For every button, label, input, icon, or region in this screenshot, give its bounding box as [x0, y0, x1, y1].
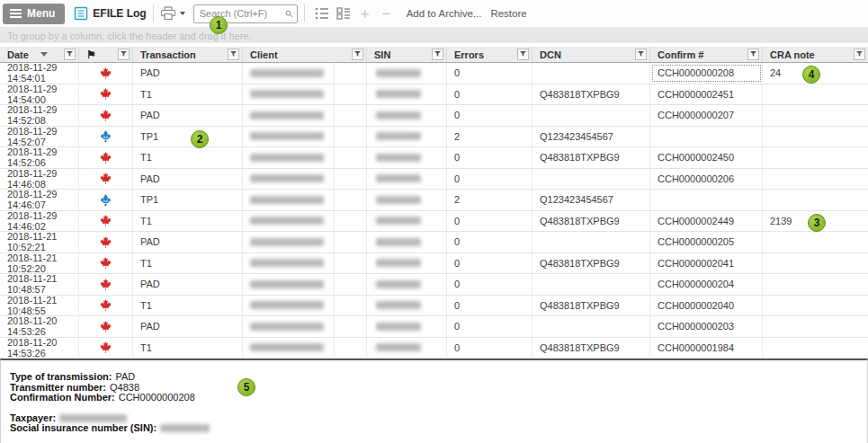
column-header-transaction[interactable]: Transaction	[133, 47, 243, 62]
cell-transaction: T1	[133, 84, 243, 105]
menu-button[interactable]: Menu	[3, 4, 65, 24]
table-row[interactable]: 2018-11-29 14:54:00 T1 0 Q483818TXPBG9 C…	[0, 84, 868, 106]
column-header-client[interactable]: Client	[243, 47, 367, 62]
redacted-client-name	[250, 323, 324, 331]
print-button[interactable]	[160, 6, 185, 21]
detail-view-icon	[336, 7, 351, 20]
flag-icon: ⚑	[86, 49, 96, 60]
column-header-errors[interactable]: Errors	[447, 47, 532, 62]
confirmation-number-label: Confirmation Number:	[10, 393, 115, 403]
table-row[interactable]: 2018-11-21 10:48:55 T1 0 Q483818TXPBG9 C…	[0, 296, 868, 317]
cell-confirm-number[interactable]: CCH0000000205	[650, 232, 763, 253]
filter-icon[interactable]	[854, 49, 865, 60]
cell-errors: 2	[447, 190, 532, 210]
cell-sin	[367, 296, 447, 316]
cell-confirm-number[interactable]: CCH0000002451	[650, 84, 763, 105]
print-dropdown-caret-icon[interactable]	[180, 12, 185, 15]
table-row[interactable]: 2018-11-21 10:48:57 PAD 0 CCH0000000204	[0, 274, 868, 296]
column-header-dcn[interactable]: DCN	[532, 47, 650, 62]
column-label: Errors	[454, 49, 484, 60]
group-by-bar[interactable]: To group by a column, click the header a…	[0, 27, 868, 45]
cell-confirm-number[interactable]: CCH0000002449	[650, 211, 763, 232]
annotation-marker-5: 5	[237, 378, 255, 396]
redacted-sin	[376, 259, 421, 267]
cell-confirm-number[interactable]: CCH0000000208	[650, 63, 763, 84]
cell-confirm-number[interactable]	[650, 190, 763, 210]
cell-confirm-number[interactable]: CCH0000000203	[650, 316, 763, 337]
table-row[interactable]: 2018-11-29 14:46:02 T1 0 Q483818TXPBG9 C…	[0, 211, 868, 233]
filter-icon[interactable]	[517, 49, 529, 60]
table-row[interactable]: 2018-11-20 14:53:26 PAD 0 CCH0000000203	[0, 316, 868, 338]
redacted-client-name	[250, 301, 324, 309]
cell-date: 2018-11-21 10:52:21	[0, 232, 79, 253]
search-icon[interactable]	[285, 8, 293, 20]
cell-errors: 0	[447, 316, 532, 337]
table-body: 2018-11-29 14:54:01 PAD 0 CCH0000000208 …	[0, 63, 868, 359]
filter-icon[interactable]	[64, 49, 76, 60]
redacted-sin	[376, 69, 421, 77]
cell-confirm-number[interactable]: CCH0000002450	[650, 147, 763, 168]
table-row[interactable]: 2018-11-29 14:46:08 PAD 0 CCH0000000206	[0, 169, 868, 190]
cell-date: 2018-11-20 14:53:26	[0, 316, 79, 337]
cell-errors: 0	[447, 274, 532, 295]
filter-icon[interactable]	[118, 49, 130, 60]
cell-date: 2018-11-29 14:46:07	[0, 190, 79, 210]
cell-cra-note	[763, 274, 868, 295]
column-header-confirm[interactable]: Confirm #	[650, 47, 763, 62]
add-to-archive-button[interactable]: Add to Archive...	[407, 8, 482, 19]
cell-confirm-number[interactable]: CCH0000000204	[650, 274, 763, 295]
table-row[interactable]: 2018-11-21 10:52:21 PAD 0 CCH0000000205	[0, 232, 868, 253]
cell-confirm-number[interactable]: CCH0000000206	[650, 169, 763, 190]
canada-maple-leaf-icon	[100, 67, 112, 79]
table-row[interactable]: 2018-11-20 14:53:26 T1 0 Q483818TXPBG9 C…	[0, 338, 868, 359]
cell-client	[243, 63, 367, 84]
redacted-sin	[376, 280, 421, 288]
column-header-sin[interactable]: SIN	[367, 47, 447, 62]
column-label: Confirm #	[658, 49, 703, 60]
cell-client	[243, 84, 367, 105]
cell-dcn: Q123423454567	[532, 127, 650, 147]
column-header-cra-note[interactable]: CRA note	[763, 47, 868, 62]
cell-dcn: Q483818TXPBG9	[532, 84, 650, 105]
filter-icon[interactable]	[747, 49, 759, 60]
table-row[interactable]: 2018-11-29 14:52:08 PAD 0 CCH0000000207	[0, 105, 868, 127]
type-of-transmission-label: Type of transmission:	[10, 372, 112, 383]
cell-confirm-number[interactable]: CCH0000000207	[650, 105, 763, 126]
cell-flag	[79, 84, 133, 105]
cell-errors: 0	[447, 169, 532, 190]
cell-transaction: TP1	[133, 127, 243, 147]
cell-confirm-number[interactable]: CCH0000002040	[650, 296, 763, 316]
cell-confirm-number[interactable]: CCH0000002041	[650, 253, 763, 274]
canada-maple-leaf-icon	[100, 321, 112, 332]
cell-cra-note	[763, 232, 868, 253]
filter-icon[interactable]	[635, 49, 647, 60]
filter-icon[interactable]	[228, 49, 239, 60]
table-row[interactable]: 2018-11-29 14:52:07 TP1 2 Q123423454567	[0, 127, 868, 148]
sin-label: Social insurance number (SIN):	[10, 423, 157, 434]
cell-confirm-number[interactable]	[650, 127, 763, 147]
table-row[interactable]: 2018-11-29 14:46:07 TP1 2 Q123423454567	[0, 190, 868, 211]
restore-button[interactable]: Restore	[490, 8, 526, 19]
cell-date: 2018-11-29 14:54:01	[0, 63, 79, 84]
list-view-button[interactable]	[311, 3, 333, 24]
table-row[interactable]: 2018-11-21 10:52:20 T1 0 Q483818TXPBG9 C…	[0, 253, 868, 275]
redacted-sin	[376, 111, 421, 120]
cell-transaction: T1	[133, 147, 243, 168]
column-header-flag[interactable]: ⚑	[79, 47, 133, 62]
column-label: Transaction	[140, 49, 196, 60]
detail-view-button[interactable]	[333, 3, 354, 24]
redacted-sin	[376, 343, 421, 351]
tab-efile-log[interactable]: EFILE Log	[74, 6, 146, 21]
filter-icon[interactable]	[432, 49, 443, 60]
cell-sin	[367, 316, 447, 337]
column-header-date[interactable]: Date	[0, 47, 79, 62]
cell-sin	[367, 190, 447, 210]
cell-confirm-number[interactable]: CCH0000001984	[650, 338, 763, 359]
filter-icon[interactable]	[352, 49, 363, 60]
table-row[interactable]: 2018-11-29 14:54:01 PAD 0 CCH0000000208 …	[0, 63, 868, 84]
cell-client	[243, 147, 367, 168]
cell-dcn: Q483818TXPBG9	[532, 296, 650, 316]
table-row[interactable]: 2018-11-29 14:52:06 T1 0 Q483818TXPBG9 C…	[0, 147, 868, 169]
cell-transaction: T1	[133, 211, 243, 232]
annotation-marker-1: 1	[210, 16, 228, 34]
